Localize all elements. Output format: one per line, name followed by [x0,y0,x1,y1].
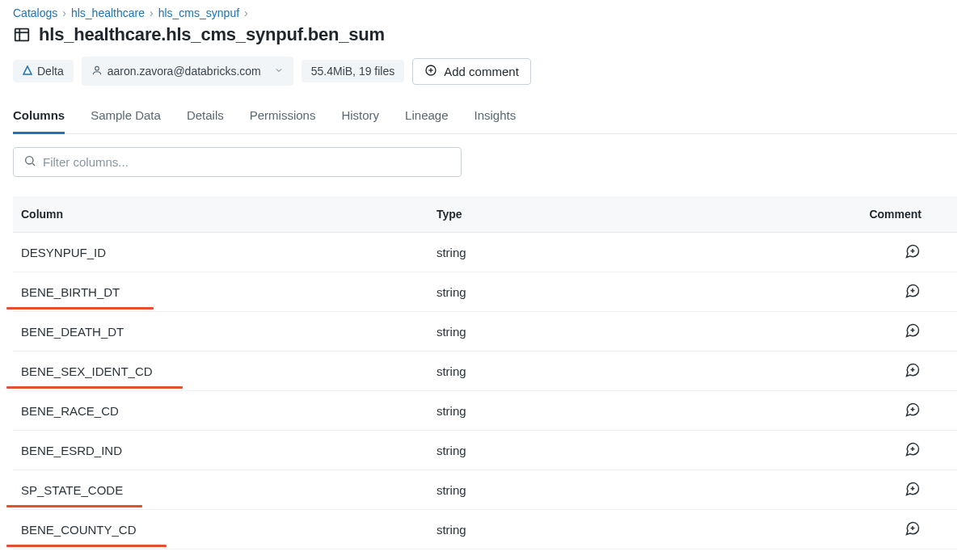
add-column-comment-button[interactable] [904,322,922,339]
add-comment-icon [905,481,921,497]
size-chip-label: 55.4MiB, 19 files [311,65,395,78]
column-comment-cell [787,431,957,470]
columns-table-header-column[interactable]: Column [13,196,428,233]
tabs: Columns Sample Data Details Permissions … [13,103,957,134]
chevron-right-icon: › [62,6,66,19]
column-name: DESYNPUF_ID [21,246,106,259]
column-type-cell: string [428,510,787,549]
column-name: BENE_SEX_IDENT_CD [21,364,153,378]
chevron-down-icon [274,65,284,75]
table-icon [13,26,31,44]
add-comment-icon [905,283,921,299]
table-row[interactable]: BENE_SEX_IDENT_CDstring [13,352,957,391]
tab-details[interactable]: Details [187,103,224,134]
add-column-comment-button[interactable] [904,401,922,419]
breadcrumb-hls-healthcare[interactable]: hls_healthcare [71,6,145,19]
column-name: BENE_DEATH_DT [21,325,124,339]
svg-rect-0 [15,29,29,41]
tab-permissions[interactable]: Permissions [250,103,316,134]
column-comment-cell [787,470,957,510]
breadcrumb: Catalogs › hls_healthcare › hls_cms_synp… [13,6,957,19]
column-name: BENE_ESRD_IND [21,444,122,457]
svg-point-7 [26,157,33,164]
column-name-cell: BENE_COUNTY_CD [13,510,428,549]
tab-columns[interactable]: Columns [13,103,65,134]
breadcrumb-catalogs[interactable]: Catalogs [13,6,57,19]
format-chip: Delta [13,60,74,82]
add-comment-button[interactable]: Add comment [412,58,531,85]
column-type-cell: string [428,272,787,312]
column-name-cell: DESYNPUF_ID [13,233,428,272]
table-row[interactable]: SP_STATE_CODEstring [13,470,957,510]
column-type-cell: string [428,312,787,352]
add-comment-icon [905,322,921,339]
add-column-comment-button[interactable] [904,242,922,260]
page-title-row: hls_healthcare.hls_cms_synpuf.ben_sum [13,24,957,45]
column-comment-cell [787,272,957,312]
tab-lineage[interactable]: Lineage [405,103,448,134]
add-column-comment-button[interactable] [904,282,922,300]
column-name: BENE_RACE_CD [21,404,119,418]
add-comment-button-label: Add comment [444,65,519,78]
format-chip-label: Delta [37,65,64,78]
add-column-comment-button[interactable] [904,480,922,498]
columns-table: Column Type Comment DESYNPUF_IDstringBEN… [13,196,957,549]
tab-history[interactable]: History [341,103,379,134]
column-comment-cell [787,352,957,391]
chevron-right-icon: › [244,6,248,19]
delta-icon [23,65,32,78]
add-column-comment-button[interactable] [904,440,922,458]
add-comment-icon [905,362,921,378]
column-type-cell: string [428,352,787,391]
chevron-right-icon: › [150,6,154,19]
column-type-cell: string [428,233,787,272]
owner-chip-label: aaron.zavora@databricks.com [108,65,261,78]
page-title: hls_healthcare.hls_cms_synpuf.ben_sum [39,24,385,45]
column-name: BENE_BIRTH_DT [21,285,120,299]
add-comment-icon [905,520,921,537]
columns-table-header-type[interactable]: Type [428,196,787,233]
search-icon [23,154,36,170]
add-comment-icon [424,64,437,79]
svg-point-3 [95,66,99,70]
table-row[interactable]: BENE_COUNTY_CDstring [13,510,957,549]
column-name-cell: BENE_BIRTH_DT [13,272,428,312]
tab-insights[interactable]: Insights [474,103,517,134]
columns-table-header-comment[interactable]: Comment [787,196,957,233]
table-row[interactable]: BENE_ESRD_INDstring [13,431,957,470]
column-type-cell: string [428,431,787,470]
highlight-underline [6,505,142,507]
svg-line-8 [32,163,35,166]
column-name-cell: BENE_RACE_CD [13,391,428,431]
column-comment-cell [787,312,957,352]
table-row[interactable]: BENE_BIRTH_DTstring [13,272,957,312]
size-chip: 55.4MiB, 19 files [302,60,405,82]
add-comment-icon [905,402,921,418]
column-type-cell: string [428,391,787,431]
highlight-underline [6,545,167,547]
owner-chip[interactable]: aaron.zavora@databricks.com [82,57,293,86]
highlight-underline [6,386,183,389]
table-row[interactable]: BENE_RACE_CDstring [13,391,957,431]
filter-columns-input[interactable] [43,155,451,169]
column-comment-cell [787,391,957,431]
table-row[interactable]: BENE_DEATH_DTstring [13,312,957,352]
breadcrumb-hls-cms-synpuf[interactable]: hls_cms_synpuf [158,6,239,19]
column-name-cell: BENE_DEATH_DT [13,312,428,352]
column-name: BENE_COUNTY_CD [21,523,137,537]
tab-sample-data[interactable]: Sample Data [91,103,161,134]
filter-columns-wrap[interactable] [13,147,462,177]
column-name: SP_STATE_CODE [21,483,123,497]
add-column-comment-button[interactable] [904,520,922,537]
column-name-cell: BENE_SEX_IDENT_CD [13,352,428,391]
column-name-cell: BENE_ESRD_IND [13,431,428,470]
column-type-cell: string [428,470,787,510]
person-icon [91,65,103,78]
table-row[interactable]: DESYNPUF_IDstring [13,233,957,272]
add-comment-icon [905,243,921,259]
column-name-cell: SP_STATE_CODE [13,470,428,510]
column-comment-cell [787,233,957,272]
owner-dropdown-toggle[interactable] [268,61,290,81]
highlight-underline [6,307,154,309]
add-column-comment-button[interactable] [904,361,922,379]
